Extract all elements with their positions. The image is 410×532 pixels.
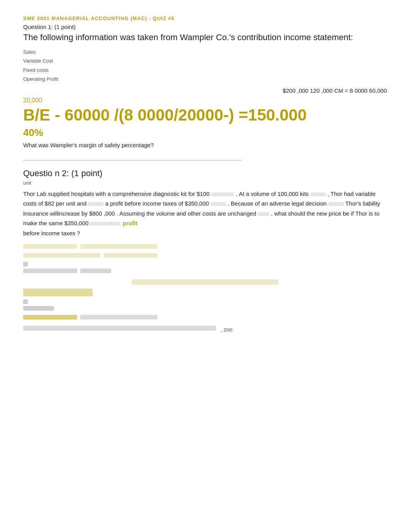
blur-line-4a — [23, 269, 77, 273]
q2-gap5 — [329, 202, 344, 206]
q2-gap4 — [210, 202, 226, 206]
item-fixed-costs: Fixed costs — [23, 66, 387, 75]
q1-intro: The following information was taken from… — [23, 32, 387, 44]
blur-line-7b — [80, 315, 158, 320]
header-title: SME 2001 MANAGERIAL ACCOUNTING (MAC) - Q… — [23, 15, 387, 21]
item-sales: Sales — [23, 48, 387, 56]
blur-line-2a — [23, 253, 100, 258]
blur-center-line — [132, 279, 278, 285]
blur-row-4 — [23, 269, 387, 275]
q2-unit: unit — [23, 180, 387, 186]
q2-gap1 — [211, 192, 234, 196]
q2-body-part5: . Assuming the volume and other costs ar… — [117, 210, 256, 217]
q2-thors-liability: Thor's liability — [345, 200, 380, 207]
blur-dot-5 — [23, 299, 28, 304]
item-operating-profit: Operating Profit — [23, 75, 387, 83]
blur-row-1 — [23, 244, 387, 251]
blur-row-6 — [23, 306, 387, 313]
blur-line-bottom — [23, 326, 216, 331]
q1-items-list: Sales Variable Cost Fixed costs Operatin… — [23, 48, 387, 84]
section-divider — [23, 160, 241, 161]
blur-line-7a — [23, 315, 77, 320]
q1-formula-big: B/E - 60000 /(8 0000/20000-) =150.000 — [23, 106, 387, 124]
blur-line-1b — [80, 244, 158, 249]
blurred-section: , zoo — [23, 244, 387, 333]
q2-label: Questio n 2: (1 point) — [23, 168, 387, 178]
q2-body-part1: Thor Lab supplied hospitals with a compr… — [23, 190, 210, 197]
q2-gap7 — [90, 222, 121, 226]
item-variable-cost: Variable Cost — [23, 56, 387, 65]
zoo-text: , zoo — [221, 326, 232, 333]
q1-percent: 40% — [23, 127, 387, 139]
q2-body-after1: . At a volume of 100,000 kits — [236, 190, 308, 197]
blur-dot-3 — [23, 262, 28, 267]
q1-sub-number: 20,000 — [23, 97, 387, 104]
blur-row-3 — [23, 262, 387, 267]
blur-row-7 — [23, 315, 387, 322]
q1-formula-line: $200 ,000 120 ,000 CM = 8 0000 60,000 — [23, 87, 387, 94]
blur-center-block — [23, 279, 387, 285]
blur-line-1a — [23, 244, 77, 249]
q2-profit-label: profit — [123, 220, 137, 226]
q2-gap2 — [310, 192, 326, 196]
q2-gap3 — [88, 202, 103, 206]
big-yellow-block — [23, 289, 93, 296]
q2-body-part4: insurance willincrease by $800 ,000 — [23, 210, 115, 217]
q1-margin-question: What was Wampler's margin of safety perc… — [23, 142, 387, 148]
q2-body-part3: . Because of an adverse legal decision — [227, 200, 327, 207]
bottom-row: , zoo — [23, 326, 387, 333]
q2-body-end: before income taxes ? — [23, 230, 80, 236]
blur-row-5 — [23, 299, 387, 304]
q2-gap6 — [258, 212, 269, 216]
blur-row-2 — [23, 253, 387, 260]
q2-body: Thor Lab supplied hospitals with a compr… — [23, 189, 387, 238]
q1-label: Question 1: (1 point) — [23, 24, 387, 30]
blur-line-4b — [80, 269, 111, 273]
q2-body-after2: a profit before income taxes of $350,000 — [105, 200, 209, 207]
blur-line-2b — [103, 253, 158, 258]
blur-line-6a — [23, 306, 54, 311]
